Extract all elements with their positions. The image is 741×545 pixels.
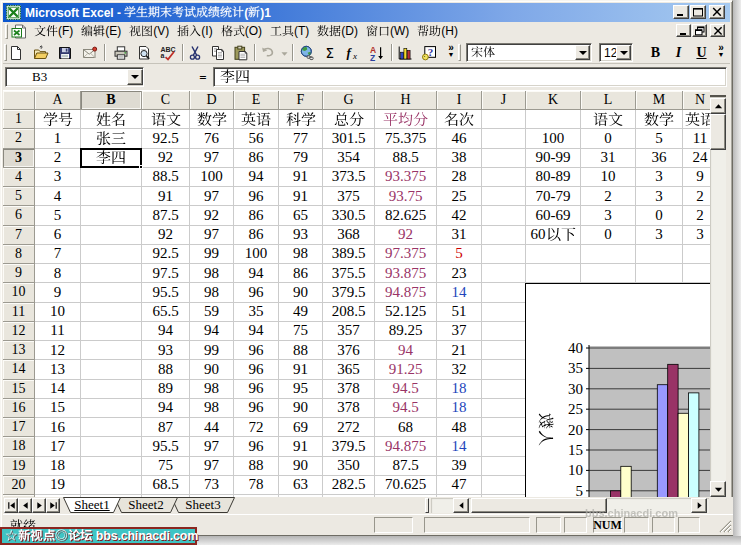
cell-A15[interactable]: 14 bbox=[35, 380, 81, 399]
cell-M5[interactable]: 3 bbox=[636, 187, 683, 206]
paste-function-button[interactable]: fx bbox=[343, 43, 363, 63]
col-header-D[interactable]: D bbox=[190, 91, 234, 110]
workbook-icon[interactable] bbox=[11, 24, 27, 39]
cell-G1[interactable] bbox=[323, 110, 375, 129]
cell-C18[interactable]: 95.5 bbox=[142, 437, 190, 456]
cell-F12[interactable]: 75 bbox=[279, 322, 323, 341]
cell-J7[interactable] bbox=[482, 226, 526, 245]
doc-restore-button[interactable] bbox=[692, 24, 707, 37]
cell-J20[interactable] bbox=[482, 476, 526, 495]
doc-close-button[interactable] bbox=[710, 24, 725, 37]
cell-C20[interactable]: 68.5 bbox=[142, 476, 190, 495]
cell-C4[interactable]: 88.5 bbox=[142, 168, 190, 187]
menu-工具[interactable]: (T) bbox=[266, 22, 313, 41]
cell-I16[interactable]: 18 bbox=[437, 399, 482, 418]
scroll-right-button[interactable] bbox=[691, 498, 707, 513]
print-button[interactable] bbox=[111, 43, 131, 63]
cell-G14[interactable]: 365 bbox=[323, 360, 375, 379]
cell-F4[interactable]: 91 bbox=[279, 168, 323, 187]
cell-G16[interactable]: 378 bbox=[323, 399, 375, 418]
row-header-9[interactable]: 9 bbox=[3, 264, 35, 283]
cell-F1[interactable] bbox=[279, 110, 323, 129]
cell-C15[interactable]: 89 bbox=[142, 380, 190, 399]
cell-G11[interactable]: 208.5 bbox=[323, 303, 375, 322]
cell-F9[interactable]: 86 bbox=[279, 264, 323, 283]
font-name-dropdown[interactable] bbox=[575, 45, 590, 60]
cell-F17[interactable]: 69 bbox=[279, 418, 323, 437]
cell-H5[interactable]: 93.75 bbox=[375, 187, 437, 206]
scroll-up-button[interactable] bbox=[710, 98, 726, 114]
cell-G7[interactable]: 368 bbox=[323, 226, 375, 245]
cell-E2[interactable]: 56 bbox=[234, 129, 279, 148]
cell-M2[interactable]: 5 bbox=[636, 129, 683, 148]
cell-J17[interactable] bbox=[482, 418, 526, 437]
cell-J12[interactable] bbox=[482, 322, 526, 341]
open-button[interactable] bbox=[31, 43, 51, 63]
cell-J2[interactable] bbox=[482, 129, 526, 148]
save-button[interactable] bbox=[55, 43, 75, 63]
cell-J13[interactable] bbox=[482, 341, 526, 360]
row-header-19[interactable]: 19 bbox=[3, 457, 35, 476]
cell-B2[interactable] bbox=[81, 129, 142, 148]
cell-J11[interactable] bbox=[482, 303, 526, 322]
cell-C7[interactable]: 92 bbox=[142, 226, 190, 245]
cell-C3[interactable]: 92 bbox=[142, 149, 190, 168]
cell-H8[interactable]: 97.375 bbox=[375, 245, 437, 264]
row-header-11[interactable]: 11 bbox=[3, 303, 35, 322]
cell-F14[interactable]: 91 bbox=[279, 360, 323, 379]
cell-G4[interactable]: 373.5 bbox=[323, 168, 375, 187]
cell-D16[interactable]: 98 bbox=[190, 399, 234, 418]
close-button[interactable] bbox=[709, 5, 725, 19]
cell-E12[interactable]: 94 bbox=[234, 322, 279, 341]
cell-I6[interactable]: 42 bbox=[437, 206, 482, 225]
cell-E9[interactable]: 94 bbox=[234, 264, 279, 283]
edit-formula-button[interactable]: = bbox=[194, 70, 212, 85]
cell-F16[interactable]: 90 bbox=[279, 399, 323, 418]
cell-E13[interactable]: 96 bbox=[234, 341, 279, 360]
cell-B3[interactable] bbox=[81, 149, 142, 168]
name-box-dropdown[interactable] bbox=[127, 69, 143, 85]
cell-A8[interactable]: 7 bbox=[35, 245, 81, 264]
cell-B10[interactable] bbox=[81, 283, 142, 302]
cell-D5[interactable]: 97 bbox=[190, 187, 234, 206]
cell-I7[interactable]: 31 bbox=[437, 226, 482, 245]
cell-D18[interactable]: 97 bbox=[190, 437, 234, 456]
cell-L5[interactable]: 2 bbox=[581, 187, 636, 206]
cell-J19[interactable] bbox=[482, 457, 526, 476]
undo-dropdown[interactable] bbox=[279, 43, 289, 63]
col-header-G[interactable]: G bbox=[323, 91, 375, 110]
cell-H1[interactable] bbox=[375, 110, 437, 129]
cell-D13[interactable]: 99 bbox=[190, 341, 234, 360]
col-header-B[interactable]: B bbox=[81, 91, 142, 110]
cell-H7[interactable]: 92 bbox=[375, 226, 437, 245]
cell-I8[interactable]: 5 bbox=[437, 245, 482, 264]
cell-A2[interactable]: 1 bbox=[35, 129, 81, 148]
row-header-2[interactable]: 2 bbox=[3, 129, 35, 148]
cell-K6[interactable]: 60-69 bbox=[526, 206, 581, 225]
cell-H3[interactable]: 88.5 bbox=[375, 149, 437, 168]
spelling-button[interactable]: ABCa bbox=[158, 43, 178, 63]
cell-E8[interactable]: 100 bbox=[234, 245, 279, 264]
cell-I20[interactable]: 47 bbox=[437, 476, 482, 495]
row-header-13[interactable]: 13 bbox=[3, 341, 35, 360]
print-preview-button[interactable] bbox=[134, 43, 154, 63]
cell-H17[interactable]: 68 bbox=[375, 418, 437, 437]
font-size-dropdown[interactable] bbox=[616, 45, 631, 60]
cell-E15[interactable]: 96 bbox=[234, 380, 279, 399]
cell-D20[interactable]: 73 bbox=[190, 476, 234, 495]
cell-C10[interactable]: 95.5 bbox=[142, 283, 190, 302]
cell-B5[interactable] bbox=[81, 187, 142, 206]
cell-F20[interactable]: 63 bbox=[279, 476, 323, 495]
cell-A11[interactable]: 10 bbox=[35, 303, 81, 322]
row-header-10[interactable]: 10 bbox=[3, 283, 35, 302]
cell-D9[interactable]: 98 bbox=[190, 264, 234, 283]
cell-C2[interactable]: 92.5 bbox=[142, 129, 190, 148]
cell-G19[interactable]: 350 bbox=[323, 457, 375, 476]
cell-E7[interactable]: 86 bbox=[234, 226, 279, 245]
cell-I1[interactable] bbox=[437, 110, 482, 129]
minimize-button[interactable] bbox=[673, 5, 689, 19]
cell-G15[interactable]: 378 bbox=[323, 380, 375, 399]
cell-M6[interactable]: 0 bbox=[636, 206, 683, 225]
cut-button[interactable] bbox=[185, 43, 205, 63]
cell-L2[interactable]: 0 bbox=[581, 129, 636, 148]
